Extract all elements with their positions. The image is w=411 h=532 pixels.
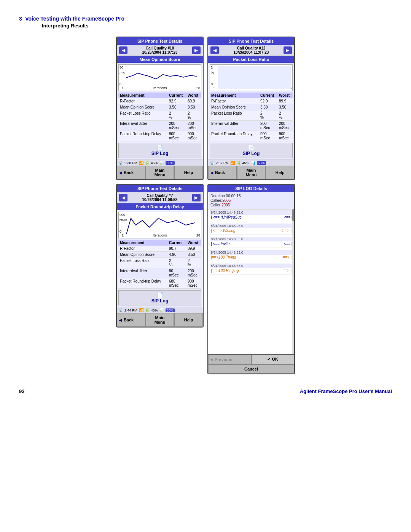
sip-entry-3: 8/24/2005 14:40:53.0 | <== Invite <==| [210,237,293,248]
screen2-col3: Worst [277,93,293,98]
svg-rect-0 [218,66,291,89]
screen3-signal-icon: 📡 [118,308,123,312]
sip-entry-4-time: 8/24/2005 14:48:53.0 [210,250,293,255]
table-row: R-Factor 90.7 89.9 [118,246,201,252]
sip-entry-4: 8/24/2005 14:48:53.0 |==>100 Trying ==> … [210,250,293,261]
screen1-sip-log[interactable]: 📄 SIP Log [118,143,201,158]
screen3-help-btn[interactable]: Help [174,313,203,327]
screen2-chart: 2 % 0 1 Iterations 28 [210,64,293,91]
screen2-x-left: 1 [213,86,215,90]
screen3-chart: 900 mSec 0 1 Iterations 28 [118,212,201,238]
sip-cancel-btn[interactable]: Cancel [208,364,294,374]
screen2-col2: Current [259,93,277,98]
sip-info-section: Duration:00:00:15 Callee:2005 Caller:200… [208,192,294,209]
sip-duration-value: 00:00:15 [226,194,241,198]
table-row: R-Factor 92.9 89.9 [210,98,293,104]
sip-scrollbar-thumb[interactable] [292,209,294,221]
sip-entry-2: 8/24/2005 14:48:25.0 | <==> Waiting <==>… [210,224,293,235]
sip-entry-1-msg: | <== (Un)RegSuc... <==| [210,215,293,220]
screen1-navbar: ◀ Call Quality #1010/26/2004 11:07:23 ▶ [117,45,203,56]
screen3-back-icon: ◄ [118,317,123,323]
screen2-section: Packet Loss Ratio [208,56,294,63]
left-screen-col: SIP Phone Test Details ◀ Call Quality #1… [116,37,204,374]
screen3-bat-icon: 🔋 [145,308,150,312]
footer-brand: Agilent FrameScope Pro User's Manual [300,388,392,394]
screen1-header: SIP Phone Test Details [117,37,203,45]
screen3-sip-log[interactable]: 📄 SIP Log [118,290,201,305]
sip-cancel-row: Cancel [208,364,294,374]
screen2-forward-arrow[interactable]: ▶ [284,46,292,54]
screen1-chart-svg [126,66,199,89]
sip-caller-value: 2005 [221,203,230,207]
screen3-col2: Current [167,240,186,246]
screen1-help-btn[interactable]: Help [174,166,203,179]
sip-duration-label: Duration: [210,194,226,198]
screen1-bottom-nav: ◄ Back MainMenu Help [117,166,203,179]
sip-callee-line: Callee:2005 [210,198,292,203]
sip-ok-check: ✔ [267,357,271,361]
table-row: Mean Opinion Score 3.50 3.50 [210,104,293,110]
screen3-x-left: 1 [122,233,124,237]
table-row: Mean Opinion Score 3.50 3.50 [118,104,201,110]
screen1-y-top: 50 [119,66,123,69]
screen1-col1: Measurement [118,93,167,98]
sip-caller-label: Caller: [210,203,221,207]
screen1-sip-log-label: SIP Log [120,151,199,156]
sip-entry-4-msg: |==>100 Trying ==> | [210,255,293,260]
table-row: Packet Loss Ratio 2% 2% [210,110,293,121]
screen3-back-arrow[interactable]: ◀ [119,194,127,201]
screens-container: SIP Phone Test Details ◀ Call Quality #1… [19,37,392,374]
screen2-sip-log-label: SIP Log [212,151,291,156]
screen3-main-btn[interactable]: MainMenu [146,313,174,327]
screen3-bottom-nav: ◄ Back MainMenu Help [117,313,203,327]
screen1-back-arrow[interactable]: ◀ [119,46,127,54]
screen1-wifi-icon: 📶 [139,161,143,165]
screen2-sip-log[interactable]: 📄 SIP Log [210,143,293,158]
screen3-back-btn[interactable]: ◄ Back [117,313,145,327]
screen1-bat-icon: 🔋 [145,161,150,165]
page-number: 92 [19,388,24,394]
sip-entry-5-msg: |==>180 Ringing ==> | [210,268,293,273]
sip-entry-2-time: 8/24/2005 14:48:25.0 [210,224,293,228]
screen1-measurements: Measurement Current Worst R-Factor 92.9 … [117,93,203,141]
screen2-battery: 45% [242,161,249,165]
screen2-main-btn[interactable]: MainMenu [237,166,266,179]
screen2-meas-table: Measurement Current Worst R-Factor 92.9 … [210,93,293,141]
screen1-back-btn[interactable]: ◄ Back [117,166,145,179]
table-row: Interarrival Jitter 80mSec 200mSec [118,268,201,278]
sip-entry-1-time: 8/24/2005 14:48:25.0 [210,210,293,215]
screen1-forward-arrow[interactable]: ▶ [192,46,201,54]
screen2-help-btn[interactable]: Help [266,166,294,179]
sip-caller-line: Caller:2005 [210,203,292,207]
sip-scrollbar[interactable] [292,209,294,354]
sip-entry-5-time: 8/24/2005 14:48:53.0 [210,264,293,268]
table-row: Packet Round-trip Delay 900mSec 900mSec [210,131,293,141]
screen1-main-btn[interactable]: MainMenu [146,166,174,179]
screen2-signal-pct: 50% [257,161,266,165]
sip-ok-btn[interactable]: ✔ OK [252,355,295,364]
sip-entry-3-msg: | <== Invite <==| [210,241,293,246]
sip-previous-btn[interactable]: ◄ Previous [208,355,251,364]
screen1-sig2-icon: 📊 [159,161,164,165]
sip-callee-label: Callee: [210,198,222,203]
sip-detail-header: SIP LOG Details [208,185,294,192]
screen1-battery: 45% [151,161,158,165]
screen3-header: SIP Phone Test Details [117,185,203,192]
screen3-col3: Worst [186,240,201,246]
screen3-meas-table: Measurement Current Worst R-Factor 90.7 … [118,240,201,289]
screen1-y-sublabel: / 10 [119,72,124,75]
screen2-time: 2:37 PM [216,161,229,165]
screen2-sip-log-icon: 📄 [212,145,291,151]
screen1-y-bottom: 0 [119,82,121,86]
screen3-forward-arrow[interactable]: ▶ [192,194,201,201]
screen2-back-btn[interactable]: ◄ Back [208,166,237,179]
screen1-col3: Worst [186,93,201,98]
sip-entry-3-time: 8/24/2005 14:40:53.0 [210,237,293,241]
screen2-nav-center: Call Quality #1210/26/2004 11:07:23 [234,46,269,54]
table-row: Interarrival Jitter 200mSec 200mSec [210,121,293,131]
screen2-back-arrow[interactable]: ◀ [210,46,219,54]
sip-entry-5: 8/24/2005 14:48:53.0 |==>180 Ringing ==>… [210,264,293,275]
sip-previous-label: Previous [215,357,232,362]
screen3-battery: 45% [151,308,158,312]
screen3-time: 2:44 PM [124,308,137,312]
